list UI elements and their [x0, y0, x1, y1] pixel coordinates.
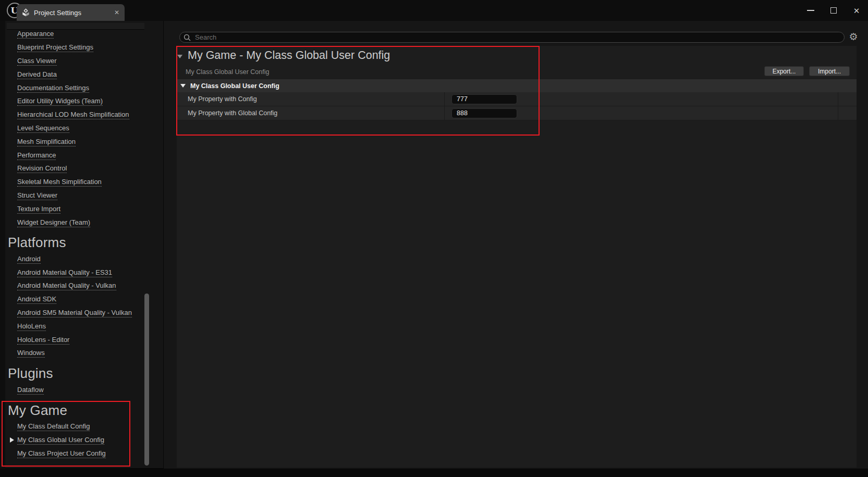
sidebar-item-label: Editor Utility Widgets (Team): [17, 97, 103, 106]
title-bar: U Project Settings ✕ ✕: [0, 0, 868, 21]
sidebar-item-label: Dataflow: [17, 386, 44, 395]
close-button[interactable]: ✕: [845, 0, 868, 21]
sidebar-item-label: Appearance: [17, 30, 54, 39]
category-subtitle: My Class Global User Config: [186, 68, 269, 76]
sidebar-item[interactable]: Dataflow: [5, 383, 163, 397]
sidebar-item-label: Level Sequences: [17, 124, 69, 133]
sidebar-item[interactable]: My Class Global User Config: [5, 433, 163, 447]
sidebar-item[interactable]: Blueprint Project Settings: [5, 41, 163, 55]
property-value-input[interactable]: 888: [451, 108, 517, 118]
tab-title: Project Settings: [34, 9, 81, 17]
sidebar-item-label: My Class Global User Config: [17, 436, 104, 445]
sidebar-item-label: Widget Designer (Team): [17, 218, 90, 227]
sidebar-item-label: Performance: [17, 151, 56, 160]
maximize-button[interactable]: [822, 0, 845, 21]
sidebar-header-plugins: Plugins: [5, 364, 163, 383]
minimize-button[interactable]: [799, 0, 822, 21]
sidebar-item[interactable]: Level Sequences: [5, 122, 163, 136]
sidebar-item[interactable]: My Class Default Config: [5, 420, 163, 434]
property-value-cell: 888: [445, 106, 838, 120]
sidebar-item[interactable]: Hierarchical LOD Mesh Simplification: [5, 108, 163, 122]
sidebar-item-label: Documentation Settings: [17, 84, 89, 93]
sidebar-section-editor: Appearance Blueprint Project Settings Cl…: [5, 28, 163, 229]
search-input[interactable]: [194, 33, 844, 42]
sidebar-item-label: My Class Default Config: [17, 422, 90, 431]
sidebar-item-label: My Class Project User Config: [17, 449, 106, 458]
sidebar-item-label: Mesh Simplification: [17, 138, 76, 146]
property-name-label: My Property with Config: [188, 95, 257, 103]
section-collapse-caret-icon[interactable]: [180, 84, 186, 88]
sidebar-item-label: Blueprint Project Settings: [17, 43, 93, 52]
sidebar-item-label: Android SDK: [17, 295, 56, 304]
sidebar-item-label: Android SM5 Material Quality - Vulkan: [17, 309, 132, 317]
sidebar-item[interactable]: Android Material Quality - ES31: [5, 266, 163, 279]
export-button[interactable]: Export...: [764, 66, 804, 76]
sidebar-item-label: Texture Import: [17, 205, 60, 214]
search-icon: [184, 34, 191, 41]
property-name-label: My Property with Global Config: [188, 109, 277, 117]
sidebar-item-label: Skeletal Mesh Simplification: [17, 178, 102, 187]
property-value-cell: 777: [445, 92, 838, 106]
section-header-label: My Class Global User Config: [190, 82, 279, 90]
property-table: My Property with Config 777 My Property …: [177, 92, 857, 120]
sidebar-item-label: Derived Data: [17, 70, 57, 79]
project-settings-window: U Project Settings ✕ ✕: [0, 0, 868, 477]
minimize-icon: [807, 10, 814, 11]
sidebar-item-label: Android: [17, 255, 41, 264]
sidebar-item[interactable]: Texture Import: [5, 202, 163, 216]
sidebar-item[interactable]: Appearance: [5, 28, 163, 41]
sidebar-item[interactable]: HoloLens - Editor: [5, 333, 163, 347]
sidebar-scrollbar[interactable]: [144, 293, 149, 466]
sidebar-item[interactable]: Android: [5, 252, 163, 266]
sidebar-item-label: HoloLens - Editor: [17, 336, 69, 345]
section-header-bar[interactable]: My Class Global User Config: [177, 79, 857, 92]
sidebar-section-plugins: Dataflow: [5, 383, 163, 397]
maximize-icon: [830, 7, 837, 14]
category-title: My Game - My Class Global User Config: [188, 49, 390, 62]
tab-close-icon[interactable]: ✕: [114, 9, 119, 16]
search-bar[interactable]: [179, 32, 845, 43]
sidebar-item[interactable]: Performance: [5, 149, 163, 162]
sidebar-item-label: Revision Control: [17, 164, 67, 173]
view-options-gear-icon[interactable]: ⚙: [848, 31, 859, 42]
sidebar-item[interactable]: Derived Data: [5, 68, 163, 81]
property-name-cell: My Property with Config: [177, 92, 445, 106]
property-value-input[interactable]: 777: [451, 94, 517, 104]
tab-project-settings[interactable]: Project Settings ✕: [17, 4, 125, 21]
sidebar-item[interactable]: Android SDK: [5, 293, 163, 307]
sidebar-item[interactable]: My Class Project User Config: [5, 447, 163, 460]
category-collapse-caret-icon[interactable]: [177, 55, 182, 58]
sidebar-item[interactable]: Windows: [5, 347, 163, 360]
close-icon: ✕: [853, 7, 860, 15]
reset-to-default-cell[interactable]: [838, 106, 857, 120]
property-row[interactable]: My Property with Config 777: [177, 92, 857, 106]
reset-to-default-cell[interactable]: [838, 92, 857, 106]
expander-arrow-icon[interactable]: [10, 437, 14, 443]
sidebar-item[interactable]: Mesh Simplification: [5, 135, 163, 149]
window-controls: ✕: [799, 0, 868, 21]
window-bottom-border: [0, 469, 868, 477]
sidebar-item-label: Class Viewer: [17, 57, 57, 66]
sidebar-item[interactable]: Class Viewer: [5, 55, 163, 68]
sidebar-item[interactable]: Skeletal Mesh Simplification: [5, 176, 163, 189]
sidebar-item[interactable]: HoloLens: [5, 320, 163, 333]
sidebar-item[interactable]: Widget Designer (Team): [5, 216, 163, 229]
import-button[interactable]: Import...: [809, 66, 850, 76]
sidebar-section-platforms: Android Android Material Quality - ES31 …: [5, 252, 163, 360]
project-settings-icon: [21, 8, 30, 17]
property-row[interactable]: My Property with Global Config 888: [177, 106, 857, 120]
sidebar-item-label: Windows: [17, 349, 45, 358]
sidebar-item[interactable]: Struct Viewer: [5, 189, 163, 203]
sidebar-section-my-game: My Class Default Config My Class Global …: [5, 420, 163, 460]
sidebar-item[interactable]: Revision Control: [5, 162, 163, 176]
sidebar-header-my-game: My Game: [5, 401, 163, 420]
sidebar-item[interactable]: Editor Utility Widgets (Team): [5, 95, 163, 108]
sidebar-item-label: Hierarchical LOD Mesh Simplification: [17, 111, 129, 119]
sidebar-item-label: Android Material Quality - Vulkan: [17, 282, 116, 290]
sidebar-item[interactable]: Android Material Quality - Vulkan: [5, 279, 163, 293]
sidebar-item[interactable]: Android SM5 Material Quality - Vulkan: [5, 307, 163, 320]
property-name-cell: My Property with Global Config: [177, 106, 445, 120]
settings-category-sidebar: Appearance Blueprint Project Settings Cl…: [5, 21, 163, 469]
sidebar-item[interactable]: Documentation Settings: [5, 81, 163, 95]
sidebar-header-platforms: Platforms: [5, 233, 163, 252]
